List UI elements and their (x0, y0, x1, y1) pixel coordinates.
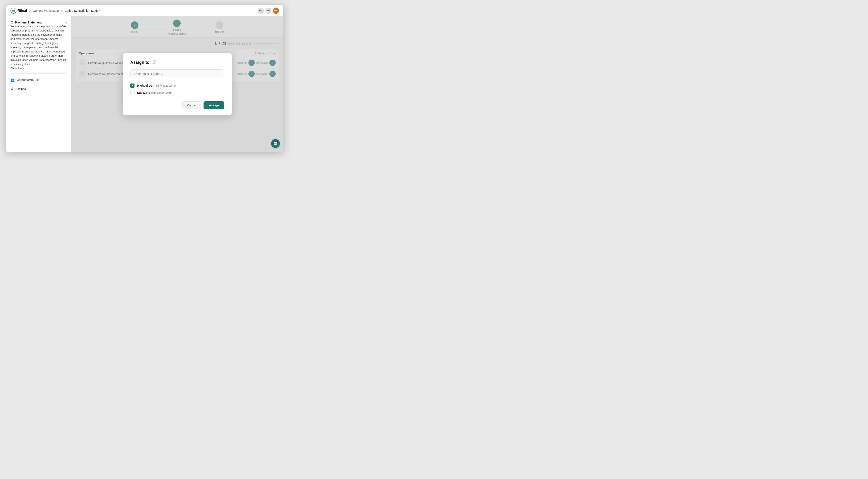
expand-icon[interactable]: › (66, 21, 67, 24)
user-name-sue: Sue Moto (sue@ritual.work) (137, 91, 173, 94)
content-area: ⊙ Problem Statement › We are trying to e… (6, 16, 283, 152)
breadcrumb-project[interactable]: Coffee Subscription Study ▾ (65, 9, 101, 12)
logo-icon: ◎ (10, 8, 17, 13)
avatar-mv: MV (258, 7, 264, 14)
topbar: ◎ Ritual / General Workspace / Coffee Su… (6, 5, 283, 16)
topbar-avatars: MV SM MV (258, 7, 279, 14)
sidebar: ⊙ Problem Statement › We are trying to e… (6, 16, 71, 152)
user-checkbox-michael[interactable]: ✓ (130, 84, 134, 88)
collaborators-icon: 👥 (10, 78, 15, 82)
modal-backdrop[interactable]: Assign to: ⓘ ✓ Michael Vo (mike@ritual.w… (71, 16, 283, 152)
user-email-sue: (sue@ritual.work) (151, 91, 173, 94)
sidebar-divider-1 (10, 73, 67, 74)
settings-icon: ⚙ (10, 87, 13, 91)
breadcrumb-sep-1: / (29, 9, 30, 12)
app-logo: ◎ Ritual (10, 8, 27, 13)
user-item-michael: ✓ Michael Vo (mike@ritual.work) (130, 82, 224, 89)
problem-statement-section: ⊙ Problem Statement › We are trying to e… (10, 20, 67, 70)
user-email-michael: (mike@ritual.work) (153, 84, 176, 87)
modal-info-icon[interactable]: ⓘ (153, 60, 156, 65)
modal-user-list: ✓ Michael Vo (mike@ritual.work) Sue Moto… (130, 82, 224, 96)
breadcrumb-chevron-icon: ▾ (99, 9, 100, 12)
user-item-sue: Sue Moto (sue@ritual.work) (130, 89, 224, 96)
collaborators-nav-item[interactable]: 👥 Collaborators 2 (10, 77, 67, 83)
user-checkbox-sue[interactable] (130, 91, 134, 95)
app-container: ◎ Ritual / General Workspace / Coffee Su… (6, 5, 283, 152)
collaborators-badge: 2 (36, 78, 40, 82)
breadcrumb-workspace[interactable]: General Workspace (33, 9, 59, 12)
assign-modal: Assign to: ⓘ ✓ Michael Vo (mike@ritual.w… (123, 53, 232, 115)
main-content: ✓ Define Source Assign Questions Explore (71, 16, 283, 152)
problem-statement-title: ⊙ Problem Statement › (10, 20, 67, 24)
modal-search-input[interactable] (130, 69, 224, 78)
settings-nav-item[interactable]: ⚙ Settings (10, 86, 67, 92)
modal-title: Assign to: ⓘ (130, 60, 224, 65)
problem-statement-text: We are trying to explore the potential o… (10, 24, 67, 66)
user-name-michael: Michael Vo (mike@ritual.work) (137, 84, 176, 87)
breadcrumb-sep-2: / (61, 9, 62, 12)
avatar-sm: SM (265, 7, 272, 14)
chat-bubble-button[interactable]: 💬 (271, 139, 280, 148)
cancel-button[interactable]: Cancel (182, 101, 201, 109)
modal-actions: Cancel Assign (130, 101, 224, 109)
show-less-link[interactable]: Show Less (10, 67, 24, 70)
problem-statement-icon: ⊙ (10, 20, 13, 24)
logo-text: Ritual (18, 9, 27, 12)
avatar-active[interactable]: MV (273, 7, 279, 14)
assign-button[interactable]: Assign (204, 101, 224, 109)
